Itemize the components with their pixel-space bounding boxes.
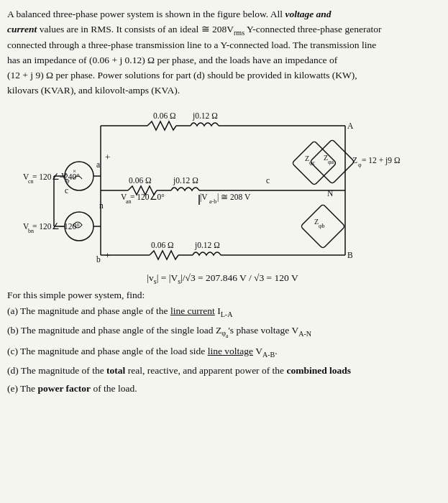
q-label-a: (a) The magnitude and phase angle of the… [7, 305, 233, 316]
question-a: (a) The magnitude and phase angle of the… [7, 304, 438, 320]
load-zp-label: Z [352, 156, 357, 165]
van-value: = 120∠0° [130, 193, 165, 201]
vab-sub: a-b [209, 198, 216, 205]
plus-sign-b: + [105, 250, 110, 261]
impedance-bot-r-label: 0.06 Ω [151, 241, 174, 249]
q-label-e: (e) The power factor of the load. [7, 383, 137, 394]
intro-paragraph: A balanced three-phase power system is s… [7, 7, 438, 98]
eq-vs-abs: |vs| = [147, 272, 168, 283]
circuit-svg: text { font-family: 'Times New Roman', T… [22, 104, 424, 269]
bold-combined-loads: combined loads [286, 365, 351, 376]
questions-list: (a) The magnitude and phase angle of the… [7, 304, 438, 396]
circuit-diagram-container: text { font-family: 'Times New Roman', T… [7, 104, 438, 269]
node-B-label: B [347, 251, 353, 259]
vab-label: |V [200, 193, 208, 202]
node-n-label: n [99, 201, 104, 210]
question-d: (d) The magnitude of the total real, rea… [7, 364, 438, 378]
impedance-mid-r-label: 0.06 Ω [129, 176, 152, 185]
node-C-label: c [266, 176, 270, 185]
circuit-svg-wrapper: text { font-family: 'Times New Roman', T… [22, 104, 424, 269]
question-c: (c) The magnitude and phase angle of the… [7, 344, 438, 360]
load-z-bot-sub: φb [319, 223, 325, 229]
eq-vs-frac: |Vs|/√3 = [169, 272, 206, 283]
impedance-top-l-label: j0.12 Ω [192, 111, 218, 121]
eq-vs-value: 207.846 V / √3 = 120 V [206, 272, 298, 283]
q-label-d: (d) The magnitude of the total real, rea… [7, 365, 351, 376]
question-b: (b) The magnitude and phase angle of the… [7, 323, 438, 341]
impedance-top-r-label: 0.06 Ω [153, 111, 176, 120]
q-label-c: (c) The magnitude and phase angle of the… [7, 346, 278, 356]
underline-line-voltage: line voltage [208, 346, 253, 356]
question-e: (e) The power factor of the load. [7, 382, 438, 396]
load-z-mid-sub: φa [328, 159, 334, 165]
node-A-label: A [347, 121, 354, 130]
vab-value: | ≅ 208 V [217, 193, 251, 202]
find-instruction: For this simple power system, find: [7, 290, 438, 301]
underline-line-current: line current [170, 305, 215, 316]
node-c-label: c [65, 186, 68, 195]
load-zp-value: = 12 + j9 Ω [362, 156, 400, 165]
plus-sign: + [105, 152, 110, 162]
impedance-mid-l-label: j0.12 Ω [173, 176, 198, 185]
impedance-bot-l-label: j0.12 Ω [194, 241, 220, 250]
vcn-value: = 120∠−240° [32, 172, 80, 181]
q-label-b: (b) The magnitude and phase angle of the… [7, 325, 311, 336]
node-a-label: a [96, 160, 100, 169]
vbn-value: = 120∠−120° [32, 222, 80, 231]
bold-total: total [106, 365, 125, 376]
node-b-label: b [96, 255, 101, 264]
load-z-top-sub: φc [309, 160, 316, 166]
intro-text-1: A balanced three-phase power system is s… [7, 9, 381, 96]
voltage-equation: |vs| = |Vs|/√3 = 207.846 V / √3 = 120 V [7, 272, 438, 285]
node-N-label: N [327, 189, 334, 198]
bold-power-factor: power factor [37, 383, 91, 394]
bold-italic-voltage-current: voltage andcurrent [7, 9, 332, 34]
